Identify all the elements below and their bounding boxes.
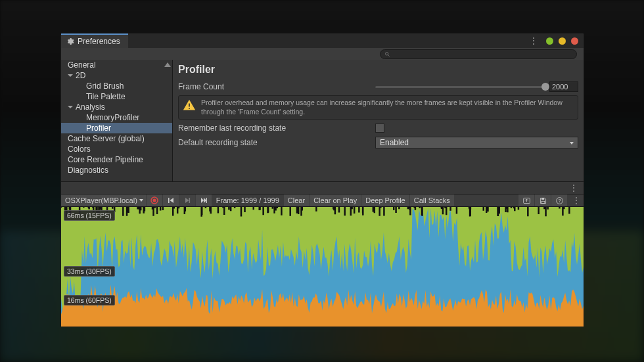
maximize-button[interactable] bbox=[559, 37, 566, 45]
sidebar-item-colors[interactable]: Colors bbox=[61, 144, 172, 154]
svg-rect-11 bbox=[541, 201, 545, 203]
warning-text: Profiler overhead and memory usage can i… bbox=[201, 99, 574, 116]
record-button[interactable] bbox=[147, 194, 162, 206]
sidebar-item-cache-server-global-[interactable]: Cache Server (global) bbox=[61, 133, 172, 144]
sidebar-item-label: Colors bbox=[68, 145, 91, 154]
preferences-tab[interactable]: Preferences bbox=[61, 34, 128, 48]
default-state-dropdown[interactable]: Enabled bbox=[375, 137, 578, 148]
svg-rect-2 bbox=[189, 104, 190, 107]
load-button[interactable] bbox=[518, 194, 534, 206]
svg-line-1 bbox=[388, 55, 389, 56]
preferences-window: Preferences ⋮ General2DGrid BrushTile Pa… bbox=[60, 33, 584, 327]
sidebar-item-memoryprofiler[interactable]: MemoryProfiler bbox=[61, 112, 172, 123]
sidebar-item-analysis[interactable]: Analysis bbox=[61, 102, 172, 112]
sidebar-item-grid-brush[interactable]: Grid Brush bbox=[61, 81, 172, 91]
profiler-chart[interactable]: 66ms (15FPS)33ms (30FPS)16ms (60FPS) bbox=[61, 207, 584, 327]
sidebar-item-label: Core Render Pipeline bbox=[68, 155, 143, 164]
svg-text:?: ? bbox=[558, 197, 561, 203]
frame-count-label: Frame Count bbox=[178, 82, 375, 91]
frame-count-field[interactable] bbox=[549, 81, 578, 92]
foldout-icon bbox=[68, 106, 73, 108]
gear-icon bbox=[66, 37, 74, 45]
search-bar bbox=[61, 48, 584, 60]
remember-state-label: Remember last recording state bbox=[178, 124, 375, 133]
search-input[interactable] bbox=[390, 51, 576, 58]
svg-point-0 bbox=[385, 52, 388, 55]
sidebar-item-label: Cache Server (global) bbox=[68, 134, 145, 143]
toolbar-menu-icon[interactable]: ⋮ bbox=[568, 195, 584, 206]
sidebar-item-label: Profiler bbox=[86, 124, 111, 133]
sidebar-item-2d[interactable]: 2D bbox=[61, 70, 172, 81]
sidebar-item-general[interactable]: General bbox=[61, 60, 172, 70]
sidebar-item-diagnostics[interactable]: Diagnostics bbox=[61, 165, 172, 175]
svg-rect-10 bbox=[541, 198, 544, 199]
warning-icon bbox=[183, 99, 196, 112]
fps-marker: 66ms (15FPS) bbox=[64, 210, 115, 221]
minimize-button[interactable] bbox=[546, 37, 553, 45]
fps-marker: 16ms (60FPS) bbox=[64, 295, 115, 305]
sidebar-item-tile-palette[interactable]: Tile Palette bbox=[61, 91, 172, 102]
frame-count-slider[interactable] bbox=[375, 86, 545, 88]
titlebar: Preferences ⋮ bbox=[61, 34, 584, 48]
svg-rect-8 bbox=[206, 198, 206, 203]
window-menu-icon[interactable]: ⋮ bbox=[525, 35, 541, 46]
deep-profile-button[interactable]: Deep Profile bbox=[361, 194, 409, 206]
prev-frame-button[interactable] bbox=[179, 194, 195, 206]
svg-rect-3 bbox=[189, 108, 190, 109]
sidebar-item-label: MemoryProfiler bbox=[86, 113, 139, 122]
current-frame-button[interactable] bbox=[196, 194, 212, 206]
panel-title: Profiler bbox=[178, 64, 578, 76]
target-dropdown[interactable]: OSXPlayer(MBP.local) bbox=[61, 194, 146, 206]
clear-button[interactable]: Clear bbox=[284, 194, 309, 206]
tab-label: Preferences bbox=[78, 37, 120, 46]
call-stacks-button[interactable]: Call Stacks bbox=[410, 194, 454, 206]
sidebar-item-label: Tile Palette bbox=[86, 92, 126, 101]
profiler-panel-menu-icon[interactable]: ⋮ bbox=[565, 183, 584, 193]
svg-rect-6 bbox=[168, 198, 170, 203]
preferences-sidebar: General2DGrid BrushTile PaletteAnalysisM… bbox=[61, 60, 173, 181]
scroll-up-icon[interactable] bbox=[164, 62, 171, 67]
foldout-icon bbox=[68, 74, 73, 77]
warning-box: Profiler overhead and memory usage can i… bbox=[178, 95, 578, 120]
sidebar-item-label: Diagnostics bbox=[68, 166, 108, 175]
profiler-preferences-panel: Profiler Frame Count Profiler overhead a… bbox=[173, 60, 584, 181]
sidebar-item-label: Grid Brush bbox=[86, 81, 124, 91]
profiler-chart-svg bbox=[61, 207, 584, 327]
clear-on-play-button[interactable]: Clear on Play bbox=[310, 194, 361, 206]
sidebar-item-core-render-pipeline[interactable]: Core Render Pipeline bbox=[61, 154, 172, 165]
frame-indicator: Frame: 1999 / 1999 bbox=[212, 196, 283, 204]
close-button[interactable] bbox=[571, 37, 578, 45]
save-button[interactable] bbox=[535, 194, 551, 206]
svg-rect-7 bbox=[189, 198, 190, 203]
remember-state-checkbox[interactable] bbox=[375, 124, 384, 133]
sidebar-item-label: Analysis bbox=[76, 102, 105, 112]
first-frame-button[interactable] bbox=[163, 194, 179, 206]
fps-marker: 33ms (30FPS) bbox=[64, 266, 115, 277]
svg-point-5 bbox=[152, 199, 156, 202]
sidebar-item-label: 2D bbox=[76, 71, 85, 80]
profiler-toolbar: OSXPlayer(MBP.local) Frame: 1999 / 1999 … bbox=[61, 194, 584, 207]
sidebar-item-label: General bbox=[68, 60, 96, 70]
search-icon bbox=[384, 51, 390, 57]
sidebar-item-profiler[interactable]: Profiler bbox=[61, 123, 172, 133]
help-button[interactable]: ? bbox=[551, 194, 567, 206]
default-state-label: Default recording state bbox=[178, 138, 375, 147]
